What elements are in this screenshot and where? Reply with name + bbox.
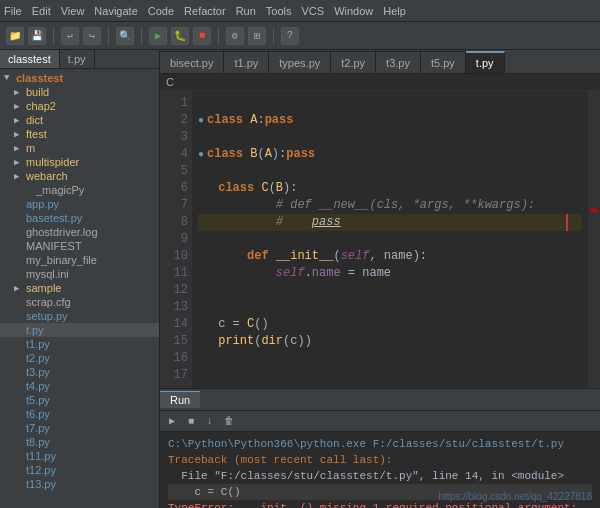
tab-t3[interactable]: t3.py bbox=[376, 51, 421, 73]
list-item[interactable]: ▶multispider bbox=[0, 155, 159, 169]
tree-arrow: ▶ bbox=[14, 171, 24, 182]
tree-label: t12.py bbox=[26, 464, 56, 476]
tab-bisect[interactable]: bisect.py bbox=[160, 51, 224, 73]
menu-vcs[interactable]: VCS bbox=[302, 5, 325, 17]
list-item[interactable]: ghostdriver.log bbox=[0, 225, 159, 239]
tab-t1[interactable]: t1.py bbox=[224, 51, 269, 73]
toolbar-run[interactable]: ▶ bbox=[149, 27, 167, 45]
list-item[interactable]: t11.py bbox=[0, 449, 159, 463]
list-item[interactable]: mysql.ini bbox=[0, 267, 159, 281]
tree-label: app.py bbox=[26, 198, 59, 210]
class-name: B bbox=[276, 180, 283, 197]
tree-label: _magicPy bbox=[36, 184, 84, 196]
tab-run[interactable]: Run bbox=[160, 391, 200, 408]
tab-t5[interactable]: t5.py bbox=[421, 51, 466, 73]
menu-window[interactable]: Window bbox=[334, 5, 373, 17]
list-item[interactable]: ▶sample bbox=[0, 281, 159, 295]
list-item[interactable]: t2.py bbox=[0, 351, 159, 365]
list-item[interactable]: setup.py bbox=[0, 309, 159, 323]
run-clear-btn[interactable]: 🗑 bbox=[221, 413, 237, 429]
list-item[interactable]: ▶dict bbox=[0, 113, 159, 127]
menu-refactor[interactable]: Refactor bbox=[184, 5, 226, 17]
menu-help[interactable]: Help bbox=[383, 5, 406, 17]
list-item[interactable]: t12.py bbox=[0, 463, 159, 477]
toolbar-save[interactable]: 💾 bbox=[28, 27, 46, 45]
run-output-line: File "F:/classes/stu/classtest/t.py", li… bbox=[168, 468, 592, 484]
run-stop-btn[interactable]: ■ bbox=[183, 413, 199, 429]
code-content[interactable]: ● class A:pass ● class B(A):pass bbox=[192, 91, 588, 388]
tree-label: t7.py bbox=[26, 422, 50, 434]
toolbar-sep2 bbox=[108, 27, 109, 45]
tree-label: chap2 bbox=[26, 100, 56, 112]
list-item[interactable]: _magicPy bbox=[0, 183, 159, 197]
toolbar-undo[interactable]: ↩ bbox=[61, 27, 79, 45]
list-item[interactable]: ▶m bbox=[0, 141, 159, 155]
code-editor[interactable]: 1 2 3 4 5 6 7 8 9 10 11 12 13 14 15 16 1 bbox=[160, 91, 600, 388]
toolbar-redo[interactable]: ↪ bbox=[83, 27, 101, 45]
main-layout: classtest t.py ▼ classtest ▶build ▶chap2… bbox=[0, 50, 600, 508]
toolbar-search[interactable]: 🔍 bbox=[116, 27, 134, 45]
list-item[interactable]: my_binary_file bbox=[0, 253, 159, 267]
menu-run[interactable]: Run bbox=[236, 5, 256, 17]
tree-label: multispider bbox=[26, 156, 79, 168]
list-item[interactable]: MANIFEST bbox=[0, 239, 159, 253]
editor-run-wrapper: 1 2 3 4 5 6 7 8 9 10 11 12 13 14 15 16 1 bbox=[160, 91, 600, 508]
tree-label: m bbox=[26, 142, 35, 154]
toolbar-debug[interactable]: 🐛 bbox=[171, 27, 189, 45]
run-scroll-btn[interactable]: ↓ bbox=[202, 413, 218, 429]
tree-label: t8.py bbox=[26, 436, 50, 448]
list-item[interactable]: ▶webarch bbox=[0, 169, 159, 183]
list-item[interactable]: ▶ftest bbox=[0, 127, 159, 141]
tab-tpy[interactable]: t.py bbox=[60, 50, 95, 68]
list-item[interactable]: ▶chap2 bbox=[0, 99, 159, 113]
toolbar-stop[interactable]: ■ bbox=[193, 27, 211, 45]
code-line bbox=[198, 95, 582, 112]
menu-view[interactable]: View bbox=[61, 5, 85, 17]
tree-root[interactable]: ▼ classtest bbox=[0, 71, 159, 85]
toolbar-open[interactable]: 📁 bbox=[6, 27, 24, 45]
list-item[interactable]: t3.py bbox=[0, 365, 159, 379]
attribute: name bbox=[312, 265, 341, 282]
list-item[interactable]: app.py bbox=[0, 197, 159, 211]
code-line: ● class B(A):pass bbox=[198, 146, 582, 163]
tab-t-active[interactable]: t.py bbox=[466, 51, 505, 73]
list-item[interactable]: t4.py bbox=[0, 379, 159, 393]
code-line-active: # pass bbox=[198, 214, 582, 231]
tree-label: my_binary_file bbox=[26, 254, 97, 266]
list-item[interactable]: scrap.cfg bbox=[0, 295, 159, 309]
toolbar-terminal[interactable]: ⊞ bbox=[248, 27, 266, 45]
tree-arrow: ▶ bbox=[14, 283, 24, 294]
tree-label: dict bbox=[26, 114, 43, 126]
menu-tools[interactable]: Tools bbox=[266, 5, 292, 17]
tab-classtest[interactable]: classtest bbox=[0, 50, 60, 68]
list-item-tpy[interactable]: t.py bbox=[0, 323, 159, 337]
list-item[interactable]: t5.py bbox=[0, 393, 159, 407]
tree-arrow: ▶ bbox=[14, 157, 24, 168]
list-item[interactable]: t6.py bbox=[0, 407, 159, 421]
code-line bbox=[198, 129, 582, 146]
list-item[interactable]: t8.py bbox=[0, 435, 159, 449]
toolbar-help[interactable]: ? bbox=[281, 27, 299, 45]
menu-edit[interactable]: Edit bbox=[32, 5, 51, 17]
tree-label: webarch bbox=[26, 170, 68, 182]
list-item[interactable]: basetest.py bbox=[0, 211, 159, 225]
toolbar-settings[interactable]: ⚙ bbox=[226, 27, 244, 45]
menu-code[interactable]: Code bbox=[148, 5, 174, 17]
list-item[interactable]: t1.py bbox=[0, 337, 159, 351]
list-item[interactable]: t13.py bbox=[0, 477, 159, 491]
list-item[interactable]: t7.py bbox=[0, 421, 159, 435]
run-output-line: C:\Python\Python366\python.exe F:/classe… bbox=[168, 436, 592, 452]
code-line: class C(B): bbox=[198, 180, 582, 197]
list-item[interactable]: ▶build bbox=[0, 85, 159, 99]
menu-file[interactable]: File bbox=[4, 5, 22, 17]
tab-types[interactable]: types.py bbox=[269, 51, 331, 73]
run-restart-btn[interactable]: ▶ bbox=[164, 413, 180, 429]
comment: # pass bbox=[218, 214, 340, 231]
watermark: https://blog.csdn.net/qq_42227818 bbox=[439, 491, 592, 502]
menu-bar: File Edit View Navigate Code Refactor Ru… bbox=[0, 0, 600, 22]
tree-label: mysql.ini bbox=[26, 268, 69, 280]
menu-navigate[interactable]: Navigate bbox=[94, 5, 137, 17]
code-line: print(dir(c)) bbox=[198, 333, 582, 350]
gutter-icon: ● bbox=[198, 112, 204, 129]
tab-t2[interactable]: t2.py bbox=[331, 51, 376, 73]
